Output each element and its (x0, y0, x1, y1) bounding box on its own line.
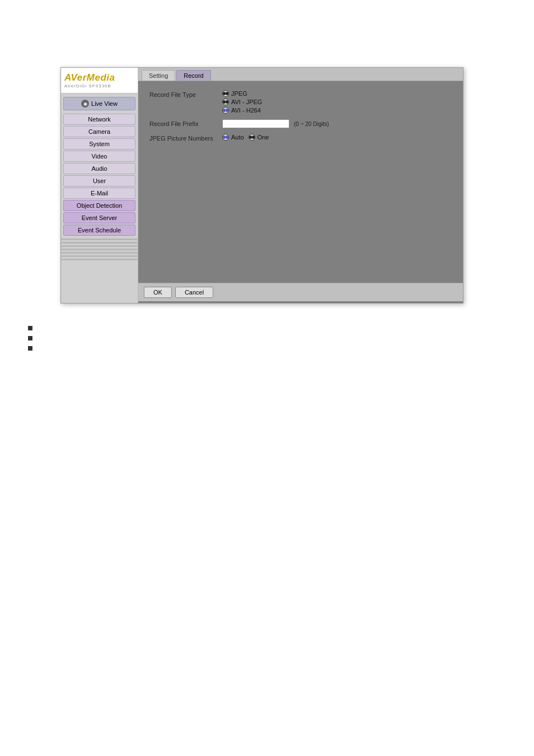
radio-avi-jpeg-option[interactable]: AVI - JPEG (222, 99, 262, 105)
bullet-2 (28, 335, 37, 340)
bullet-square-2 (28, 336, 32, 340)
sidebar: AVerMedia AVerDiGi SF9330B ◉ Live View N… (61, 68, 138, 303)
sidebar-item-video[interactable]: Video (63, 151, 135, 162)
record-file-type-row: Record File Type JPEG AVI - (149, 90, 452, 114)
live-view-icon: ◉ (81, 100, 89, 108)
tab-bar: Setting Record (138, 68, 463, 81)
cancel-button[interactable]: Cancel (175, 287, 213, 298)
bullet-square-3 (28, 346, 32, 351)
sidebar-item-system[interactable]: System (63, 138, 135, 150)
radio-avi-jpeg[interactable] (222, 99, 229, 105)
sidebar-item-event-server[interactable]: Event Server (63, 212, 135, 223)
radio-avi-h264[interactable] (222, 107, 229, 114)
jpeg-picture-numbers-label: JPEG Picture Numbers (149, 134, 222, 142)
ok-button[interactable]: OK (144, 287, 172, 298)
sidebar-item-object-detection[interactable]: Object Detection (63, 200, 135, 211)
tab-record[interactable]: Record (176, 70, 210, 81)
radio-jpeg-option[interactable]: JPEG (222, 90, 262, 97)
record-file-type-label: Record File Type (149, 90, 222, 98)
record-file-prefix-row: Record File Prefix (0 ~ 20 Digits) (149, 119, 452, 128)
bullet-3 (28, 345, 37, 351)
sidebar-item-user[interactable]: User (63, 175, 135, 186)
radio-auto-label: Auto (231, 134, 244, 141)
radio-one-label: One (257, 134, 269, 141)
radio-avi-jpeg-label: AVI - JPEG (231, 99, 262, 105)
sidebar-item-network[interactable]: Network (63, 114, 135, 125)
radio-avi-h264-option[interactable]: AVI - H264 (222, 107, 262, 114)
tab-setting[interactable]: Setting (142, 70, 175, 81)
jpeg-picture-numbers-row: JPEG Picture Numbers Auto On (149, 134, 452, 142)
sidebar-item-camera[interactable]: Camera (63, 126, 135, 137)
record-file-prefix-label: Record File Prefix (149, 119, 222, 127)
radio-one-option[interactable]: One (249, 134, 269, 141)
sidebar-item-email[interactable]: E-Mail (63, 188, 135, 199)
sidebar-item-event-schedule[interactable]: Event Schedule (63, 225, 135, 236)
live-view-button[interactable]: ◉ Live View (63, 97, 135, 110)
record-file-prefix-input[interactable] (222, 119, 289, 128)
main-container: AVerMedia AVerDiGi SF9330B ◉ Live View N… (0, 0, 534, 756)
bottom-bar: OK Cancel (138, 283, 463, 301)
live-view-label: Live View (91, 100, 118, 107)
bullet-1 (28, 325, 37, 330)
radio-auto-option[interactable]: Auto (222, 134, 244, 141)
prefix-hint: (0 ~ 20 Digits) (294, 121, 329, 127)
radio-auto[interactable] (222, 134, 229, 141)
logo-brand: AVerMedia AVerDiGi SF9330B (64, 72, 134, 88)
bullet-square-1 (28, 326, 32, 330)
logo-area: AVerMedia AVerDiGi SF9330B (61, 68, 138, 94)
sidebar-stripes (61, 238, 138, 260)
form-content: Record File Type JPEG AVI - (138, 81, 463, 283)
record-file-type-controls: JPEG AVI - JPEG AVI - H264 (222, 90, 262, 114)
content-area: Setting Record Record File Type JPEG (138, 68, 463, 303)
app-window: AVerMedia AVerDiGi SF9330B ◉ Live View N… (60, 67, 463, 304)
bullets-section (28, 325, 37, 355)
radio-one[interactable] (249, 134, 255, 141)
radio-jpeg-label: JPEG (231, 90, 247, 97)
radio-jpeg[interactable] (222, 90, 229, 97)
radio-avi-h264-label: AVI - H264 (231, 107, 261, 114)
sidebar-item-audio[interactable]: Audio (63, 163, 135, 174)
